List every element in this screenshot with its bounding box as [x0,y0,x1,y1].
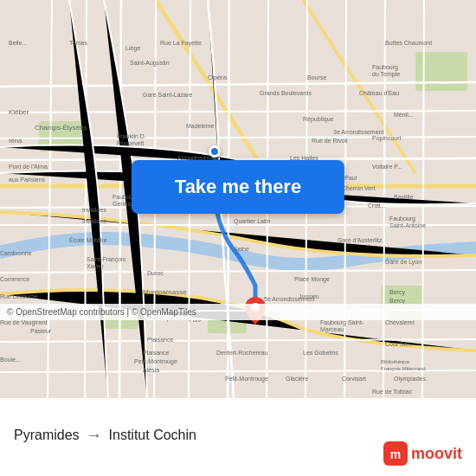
svg-text:Montparnasse: Montparnasse [143,288,187,296]
svg-text:Corvisart: Corvisart [342,376,366,382]
route-arrow: → [87,427,102,445]
svg-text:Boule...: Boule... [0,357,21,363]
svg-text:Bourse: Bourse [307,74,326,80]
svg-text:Commerce: Commerce [0,276,29,282]
svg-text:Marceau: Marceau [320,326,344,332]
svg-text:Jussieu: Jussieu [299,293,319,299]
svg-text:Gare Saint-Lazare: Gare Saint-Lazare [143,92,192,98]
route-to: Institut Cochin [109,428,196,443]
svg-text:Petit-Montrouge: Petit-Montrouge [225,376,268,383]
map-container: Champs-Élysées Gare Saint-Lazare Rue La … [0,0,476,398]
svg-text:Ménil...: Ménil... [394,112,414,118]
svg-text:Liège: Liège [125,45,140,52]
svg-text:Denfert-Rochereau: Denfert-Rochereau [216,350,268,356]
svg-text:Seine: Seine [234,246,249,252]
svg-text:Rue La Fayette: Rue La Fayette [160,40,202,47]
moovit-icon: m [383,441,408,466]
svg-text:Petit-Montrouge: Petit-Montrouge [134,358,177,365]
route-from: Pyramides [14,428,80,443]
svg-text:Les Gobelins: Les Gobelins [303,350,338,356]
svg-text:Invalides: Invalides [82,207,106,213]
svg-text:Iéna: Iéna [9,137,23,145]
svg-text:Invalides: Invalides [82,218,106,224]
svg-text:Madeleine: Madeleine [186,123,214,129]
svg-text:Chevaleret: Chevaleret [385,319,415,325]
svg-text:Buttes Chaumont: Buttes Chaumont [385,40,432,46]
svg-text:République: République [303,116,334,123]
svg-text:Quartier Latin: Quartier Latin [234,218,271,225]
svg-text:Pont de l'Alma: Pont de l'Alma [9,164,48,170]
svg-text:Xavier: Xavier [87,263,105,269]
svg-text:Belle...: Belle... [9,40,27,46]
svg-text:Place Monge: Place Monge [294,276,330,283]
svg-text:Chemin Vert: Chemin Vert [342,185,376,191]
svg-text:Faubourg Saint-: Faubourg Saint- [320,319,364,326]
svg-text:Château d'Eau: Château d'Eau [359,90,399,96]
svg-text:Saint-Antoine: Saint-Antoine [389,222,426,228]
svg-text:François Mitterrand: François Mitterrand [381,366,426,371]
svg-text:Faubourg: Faubourg [372,64,398,71]
svg-text:Olympiades: Olympiades [394,376,426,383]
svg-text:Pasteur: Pasteur [30,328,52,334]
copyright-bar: © OpenStreetMap contributors | © OpenMap… [0,304,476,320]
svg-text:Rue de Vaugirard: Rue de Vaugirard [0,319,47,326]
start-pin [209,145,221,158]
take-me-there-button[interactable]: Take me there [132,160,344,214]
svg-text:Glacière: Glacière [286,376,308,382]
svg-text:Faubourg: Faubourg [389,215,415,222]
svg-text:Plaisance: Plaisance [147,337,173,343]
bottom-bar: Pyramides → Institut Cochin m moovit [0,398,476,476]
svg-text:Roosevelt: Roosevelt [117,140,144,146]
svg-text:Alésia: Alésia [143,367,159,373]
svg-text:3e Arrondissement: 3e Arrondissement [333,129,383,135]
svg-text:Cambronne: Cambronne [0,250,32,256]
svg-text:Gare de Lyon: Gare de Lyon [385,259,421,266]
svg-text:Opéra: Opéra [208,74,228,81]
svg-text:Duroc: Duroc [147,270,164,276]
svg-text:Kléber: Kléber [9,108,29,116]
svg-text:aux Parisiens: aux Parisiens [9,177,46,183]
svg-text:Rue de Rivoli: Rue de Rivoli [312,138,348,144]
svg-text:Bastille: Bastille [394,194,414,200]
svg-text:École Militaire: École Militaire [69,236,107,243]
svg-text:Voltaire P...: Voltaire P... [372,164,402,170]
moovit-text: moovit [411,445,462,463]
svg-text:Popincourt: Popincourt [372,135,402,142]
svg-text:Saint-Augustin: Saint-Augustin [130,60,170,67]
svg-text:Plaisance: Plaisance [143,350,169,356]
svg-text:Ternes: Ternes [69,40,88,46]
svg-text:du Temple: du Temple [372,71,400,78]
svg-text:Franklin D.: Franklin D. [117,133,146,139]
svg-text:Rue Lecourbe: Rue Lecourbe [0,293,38,299]
svg-text:Bibliothèque: Bibliothèque [381,359,410,364]
svg-text:Chât...: Chât... [368,203,386,209]
svg-text:m: m [390,447,401,461]
svg-text:Saint-François: Saint-François [87,256,126,263]
svg-text:Grands Boulevards: Grands Boulevards [260,90,312,96]
moovit-logo: m moovit [383,441,462,466]
svg-text:Gare d'Austerlitz: Gare d'Austerlitz [338,237,383,243]
svg-text:Bercy: Bercy [389,289,405,296]
svg-text:Rue de Tolbiac: Rue de Tolbiac [372,389,413,395]
svg-text:Cour Sa...: Cour Sa... [385,341,413,347]
svg-text:Champs-Élysées: Champs-Élysées [35,124,87,132]
